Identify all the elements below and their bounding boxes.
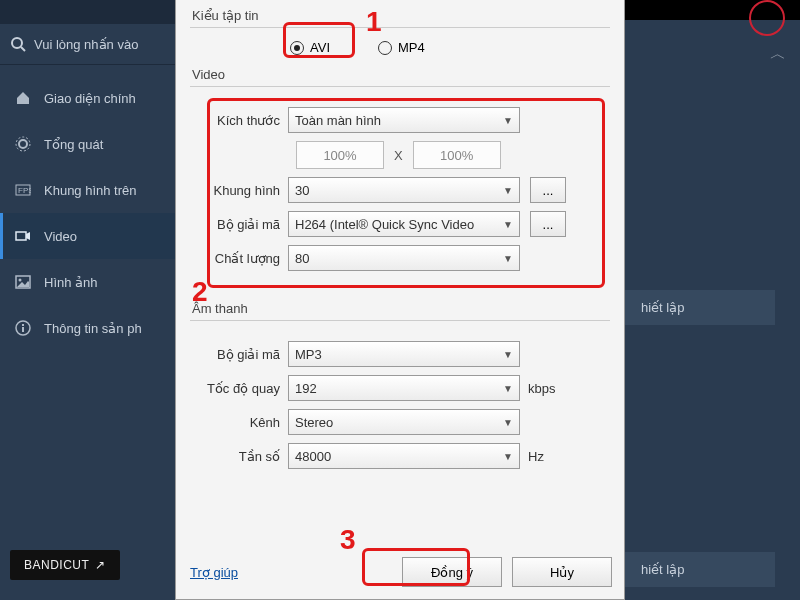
nav-label: Giao diện chính [44, 91, 136, 106]
video-group: Video Kích thước Toàn màn hình ▼ 100% X … [190, 67, 610, 271]
settings-button-fragment[interactable]: hiết lập [625, 290, 775, 325]
file-type-group: Kiểu tập tin AVI MP4 [190, 8, 610, 55]
search-label: Vui lòng nhấn vào [34, 37, 138, 52]
video-codec-select[interactable]: H264 (Intel® Quick Sync Video ▼ [288, 211, 520, 237]
svg-rect-10 [22, 327, 24, 332]
bitrate-unit: kbps [528, 381, 555, 396]
gear-icon [14, 135, 32, 153]
chevron-down-icon: ▼ [503, 185, 513, 196]
svg-point-0 [12, 38, 22, 48]
nav-label: Khung hình trên [44, 183, 137, 198]
svg-point-2 [19, 140, 27, 148]
codec-label: Bộ giải mã [190, 217, 288, 232]
nav-label: Video [44, 229, 77, 244]
freq-select[interactable]: 48000 ▼ [288, 443, 520, 469]
svg-text:FPS: FPS [18, 186, 31, 195]
size-label: Kích thước [190, 113, 288, 128]
radio-label: AVI [310, 40, 330, 55]
freq-value: 48000 [295, 449, 331, 464]
record-button[interactable] [749, 0, 785, 36]
nav-item-fps[interactable]: FPS Khung hình trên [0, 167, 175, 213]
quality-value: 80 [295, 251, 309, 266]
fps-label: Khung hình [190, 183, 288, 198]
codec-more-button[interactable]: ... [530, 211, 566, 237]
audio-codec-select[interactable]: MP3 ▼ [288, 341, 520, 367]
width-percent-input[interactable]: 100% [296, 141, 384, 169]
chevron-down-icon: ▼ [503, 383, 513, 394]
settings-button-fragment[interactable]: hiết lập [625, 552, 775, 587]
nav-item-video[interactable]: Video [0, 213, 175, 259]
dialog-buttons: Trợ giúp Đồng ý Hủy [176, 557, 626, 587]
format-settings-dialog: Kiểu tập tin AVI MP4 Video Kích thước To… [175, 0, 625, 600]
ok-button[interactable]: Đồng ý [402, 557, 502, 587]
audio-group-title: Âm thanh [190, 301, 610, 316]
cancel-button[interactable]: Hủy [512, 557, 612, 587]
nav-label: Hình ảnh [44, 275, 98, 290]
channel-value: Stereo [295, 415, 333, 430]
audio-codec-value: MP3 [295, 347, 322, 362]
sidebar: Vui lòng nhấn vào Giao diện chính Tổng q… [0, 0, 175, 600]
video-icon [14, 227, 32, 245]
x-label: X [394, 148, 403, 163]
fps-more-button[interactable]: ... [530, 177, 566, 203]
size-select[interactable]: Toàn màn hình ▼ [288, 107, 520, 133]
home-icon [14, 89, 32, 107]
radio-avi[interactable]: AVI [290, 40, 330, 55]
bandicut-label: BANDICUT [24, 558, 89, 572]
freq-label: Tần số [190, 449, 288, 464]
bitrate-select[interactable]: 192 ▼ [288, 375, 520, 401]
quality-select[interactable]: 80 ▼ [288, 245, 520, 271]
radio-icon [290, 41, 304, 55]
fps-select[interactable]: 30 ▼ [288, 177, 520, 203]
image-icon [14, 273, 32, 291]
bitrate-value: 192 [295, 381, 317, 396]
size-value: Toàn màn hình [295, 113, 381, 128]
right-panel: ︿ hiết lập hiết lập [625, 0, 800, 600]
height-percent-input[interactable]: 100% [413, 141, 501, 169]
fps-icon: FPS [14, 181, 32, 199]
nav-label: Tổng quát [44, 137, 103, 152]
nav-item-general[interactable]: Tổng quát [0, 121, 175, 167]
collapse-icon[interactable]: ︿ [770, 44, 786, 65]
chevron-down-icon: ▼ [503, 115, 513, 126]
radio-label: MP4 [398, 40, 425, 55]
channel-select[interactable]: Stereo ▼ [288, 409, 520, 435]
nav: Giao diện chính Tổng quát FPS Khung hình… [0, 65, 175, 351]
channel-label: Kênh [190, 415, 288, 430]
radio-mp4[interactable]: MP4 [378, 40, 425, 55]
video-group-title: Video [190, 67, 610, 82]
audio-codec-label: Bộ giải mã [190, 347, 288, 362]
search-row[interactable]: Vui lòng nhấn vào [0, 24, 175, 65]
help-link[interactable]: Trợ giúp [190, 565, 238, 580]
bitrate-label: Tốc độ quay [190, 381, 288, 396]
nav-item-about[interactable]: Thông tin sản ph [0, 305, 175, 351]
nav-item-home[interactable]: Giao diện chính [0, 75, 175, 121]
audio-group: Âm thanh Bộ giải mã MP3 ▼ Tốc độ quay 19… [190, 301, 610, 469]
svg-rect-11 [22, 324, 24, 326]
svg-rect-6 [16, 232, 26, 240]
bandicut-banner[interactable]: BANDICUT↗ [10, 550, 120, 580]
arrow-icon: ↗ [95, 558, 106, 572]
quality-label: Chất lượng [190, 251, 288, 266]
search-icon [10, 36, 26, 52]
chevron-down-icon: ▼ [503, 417, 513, 428]
info-icon [14, 319, 32, 337]
fps-value: 30 [295, 183, 309, 198]
chevron-down-icon: ▼ [503, 451, 513, 462]
chevron-down-icon: ▼ [503, 253, 513, 264]
nav-item-image[interactable]: Hình ảnh [0, 259, 175, 305]
chevron-down-icon: ▼ [503, 219, 513, 230]
nav-label: Thông tin sản ph [44, 321, 142, 336]
radio-icon [378, 41, 392, 55]
svg-point-8 [19, 279, 22, 282]
codec-value: H264 (Intel® Quick Sync Video [295, 217, 474, 232]
chevron-down-icon: ▼ [503, 349, 513, 360]
file-type-label: Kiểu tập tin [190, 8, 610, 23]
top-bar [0, 0, 175, 24]
freq-unit: Hz [528, 449, 544, 464]
svg-line-1 [21, 47, 25, 51]
